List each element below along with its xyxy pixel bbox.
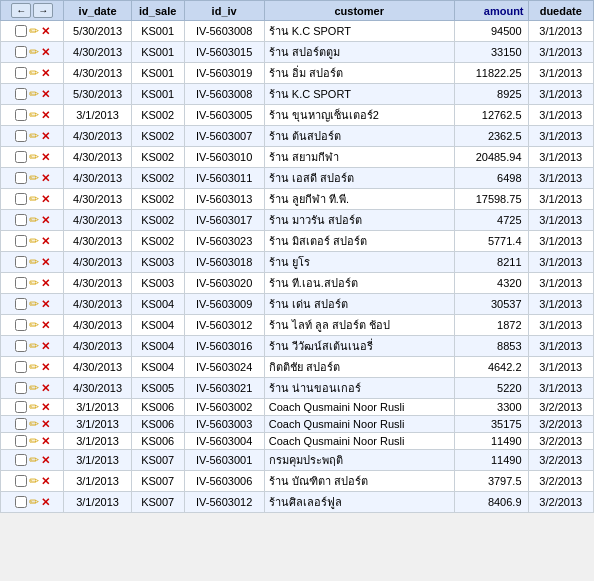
row-checkbox[interactable] [15,214,27,226]
row-checkbox[interactable] [15,235,27,247]
cell-duedate: 3/1/2013 [528,252,593,273]
cell-id-sale: KS006 [131,399,184,416]
delete-icon[interactable]: ✕ [41,496,50,509]
edit-icon[interactable]: ✏ [29,129,39,143]
row-checkbox[interactable] [15,401,27,413]
cell-iv-date: 3/1/2013 [64,416,132,433]
edit-icon[interactable]: ✏ [29,213,39,227]
row-checkbox[interactable] [15,319,27,331]
edit-icon[interactable]: ✏ [29,45,39,59]
row-checkbox[interactable] [15,418,27,430]
delete-icon[interactable]: ✕ [41,130,50,143]
delete-icon[interactable]: ✕ [41,109,50,122]
cell-customer: Coach Qusmaini Noor Rusli [264,399,454,416]
delete-icon[interactable]: ✕ [41,340,50,353]
col-header-id-iv[interactable]: id_iv [184,1,264,21]
edit-icon[interactable]: ✏ [29,453,39,467]
row-checkbox[interactable] [15,67,27,79]
edit-icon[interactable]: ✏ [29,318,39,332]
cell-iv-date: 4/30/2013 [64,294,132,315]
delete-icon[interactable]: ✕ [41,256,50,269]
row-checkbox[interactable] [15,151,27,163]
row-checkbox[interactable] [15,435,27,447]
row-checkbox[interactable] [15,277,27,289]
row-checkbox[interactable] [15,298,27,310]
edit-icon[interactable]: ✏ [29,339,39,353]
col-header-amount[interactable]: amount [454,1,528,21]
edit-icon[interactable]: ✏ [29,434,39,448]
col-header-duedate[interactable]: duedate [528,1,593,21]
delete-icon[interactable]: ✕ [41,418,50,431]
cell-iv-date: 3/1/2013 [64,399,132,416]
edit-icon[interactable]: ✏ [29,171,39,185]
row-checkbox[interactable] [15,193,27,205]
edit-icon[interactable]: ✏ [29,381,39,395]
edit-icon[interactable]: ✏ [29,255,39,269]
col-header-iv-date[interactable]: iv_date [64,1,132,21]
next-button[interactable]: → [33,3,53,18]
row-checkbox[interactable] [15,88,27,100]
cell-iv-date: 4/30/2013 [64,252,132,273]
delete-icon[interactable]: ✕ [41,435,50,448]
row-checkbox[interactable] [15,109,27,121]
edit-icon[interactable]: ✏ [29,108,39,122]
delete-icon[interactable]: ✕ [41,401,50,414]
edit-icon[interactable]: ✏ [29,276,39,290]
delete-icon[interactable]: ✕ [41,298,50,311]
edit-icon[interactable]: ✏ [29,360,39,374]
cell-amount: 2362.5 [454,126,528,147]
row-checkbox[interactable] [15,475,27,487]
delete-icon[interactable]: ✕ [41,151,50,164]
prev-button[interactable]: ← [11,3,31,18]
row-actions-cell: ✏ ✕ [1,168,64,189]
cell-iv-date: 4/30/2013 [64,315,132,336]
delete-icon[interactable]: ✕ [41,172,50,185]
cell-iv-date: 4/30/2013 [64,378,132,399]
row-checkbox[interactable] [15,496,27,508]
cell-amount: 11490 [454,450,528,471]
delete-icon[interactable]: ✕ [41,88,50,101]
delete-icon[interactable]: ✕ [41,67,50,80]
cell-customer: ร้าน ที.เอน.สปอร์ต [264,273,454,294]
delete-icon[interactable]: ✕ [41,319,50,332]
delete-icon[interactable]: ✕ [41,277,50,290]
edit-icon[interactable]: ✏ [29,234,39,248]
edit-icon[interactable]: ✏ [29,474,39,488]
edit-icon[interactable]: ✏ [29,150,39,164]
cell-customer: ร้าน น่านขอนเกอร์ [264,378,454,399]
row-checkbox[interactable] [15,25,27,37]
edit-icon[interactable]: ✏ [29,192,39,206]
row-checkbox[interactable] [15,340,27,352]
cell-customer: ร้าน ไลท์ ลูล สปอร์ต ช้อป [264,315,454,336]
delete-icon[interactable]: ✕ [41,382,50,395]
row-checkbox[interactable] [15,361,27,373]
row-checkbox[interactable] [15,454,27,466]
col-header-customer[interactable]: customer [264,1,454,21]
edit-icon[interactable]: ✏ [29,297,39,311]
col-header-id-sale[interactable]: id_sale [131,1,184,21]
edit-icon[interactable]: ✏ [29,66,39,80]
delete-icon[interactable]: ✕ [41,214,50,227]
delete-icon[interactable]: ✕ [41,25,50,38]
delete-icon[interactable]: ✕ [41,235,50,248]
edit-icon[interactable]: ✏ [29,417,39,431]
row-checkbox[interactable] [15,130,27,142]
delete-icon[interactable]: ✕ [41,46,50,59]
cell-id-sale: KS004 [131,357,184,378]
edit-icon[interactable]: ✏ [29,495,39,509]
row-checkbox[interactable] [15,382,27,394]
edit-icon[interactable]: ✏ [29,24,39,38]
cell-customer: ร้าน K.C SPORT [264,84,454,105]
delete-icon[interactable]: ✕ [41,361,50,374]
nav-header[interactable]: ← → [1,1,64,21]
delete-icon[interactable]: ✕ [41,454,50,467]
delete-icon[interactable]: ✕ [41,193,50,206]
row-checkbox[interactable] [15,256,27,268]
cell-amount: 33150 [454,42,528,63]
row-checkbox[interactable] [15,46,27,58]
edit-icon[interactable]: ✏ [29,87,39,101]
delete-icon[interactable]: ✕ [41,475,50,488]
cell-amount: 3300 [454,399,528,416]
row-checkbox[interactable] [15,172,27,184]
edit-icon[interactable]: ✏ [29,400,39,414]
